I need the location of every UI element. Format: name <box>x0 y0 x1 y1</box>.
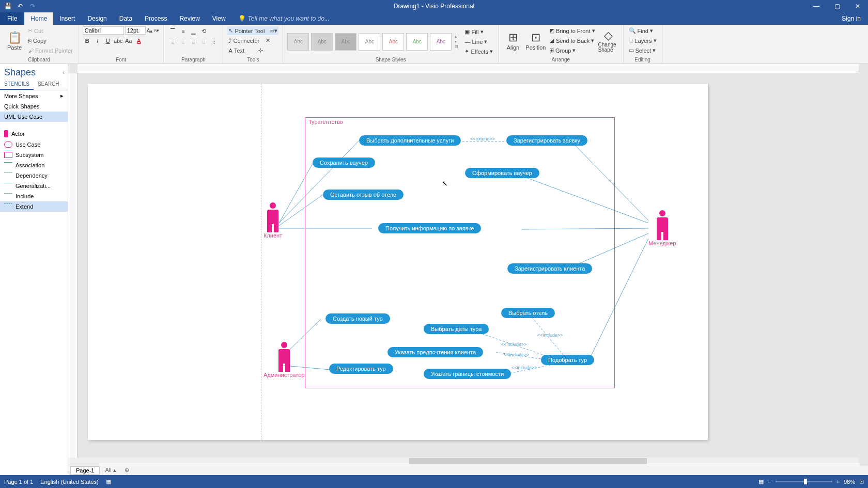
justify-icon[interactable]: ≡ <box>199 37 208 46</box>
text-tool-button[interactable]: A Text ⊹ <box>227 46 278 55</box>
shape-usecase[interactable]: Use Case <box>0 139 68 150</box>
font-name-input[interactable] <box>83 26 124 35</box>
uc-select-hotel[interactable]: Выбрать отель <box>501 308 555 318</box>
copy-button[interactable]: ⎘ Copy <box>27 36 74 45</box>
uc-info-request[interactable]: Получить информацию по заявке <box>378 223 481 233</box>
tell-me-box[interactable]: Tell me what you want to do... <box>232 12 336 25</box>
fill-button[interactable]: ▣ Fill ▾ <box>463 27 493 36</box>
search-tab[interactable]: SEARCH <box>34 79 64 90</box>
align-center-icon[interactable]: ≡ <box>178 37 188 46</box>
format-painter-button[interactable]: 🖌 Format Painter <box>27 46 74 55</box>
layers-button[interactable]: ≣ Layers ▾ <box>628 36 658 45</box>
bring-front-button[interactable]: ◩ Bring to Front ▾ <box>548 26 596 35</box>
uc-review-hotel[interactable]: Оставить отзыв об отеле <box>323 190 404 200</box>
pointer-tool-button[interactable]: ↖ Pointer Tool ▭▾ <box>227 26 278 35</box>
underline-button[interactable]: U <box>103 36 113 45</box>
shape-include[interactable]: Include <box>0 191 68 201</box>
paste-button[interactable]: 📋Paste <box>4 26 25 55</box>
group-button[interactable]: ⊞ Group ▾ <box>548 46 596 55</box>
align-bottom-icon[interactable]: ▁ <box>189 26 198 36</box>
language-indicator[interactable]: English (United States) <box>40 479 99 485</box>
align-middle-icon[interactable]: ≡ <box>178 26 188 36</box>
uc-price-bounds[interactable]: Указать границы стоимости <box>424 369 511 379</box>
find-button[interactable]: 🔍 Find ▾ <box>628 26 658 35</box>
uc-extra-services[interactable]: Выбрать дополнительные услуги <box>359 135 461 146</box>
bullets-icon[interactable]: ⋮ <box>209 37 219 46</box>
maximize-icon[interactable]: ▢ <box>827 0 847 12</box>
strike-button[interactable]: abc <box>114 36 123 45</box>
page-tab-1[interactable]: Page-1 <box>70 466 100 475</box>
drawing-page[interactable]: <<extend>> <<include>> <<include>> <<inc… <box>88 84 708 440</box>
styles-down-icon[interactable]: ▾ <box>455 39 458 44</box>
grow-font-icon[interactable]: A▴ <box>147 28 153 34</box>
shape-dependency[interactable]: Dependency <box>0 170 68 181</box>
tab-process[interactable]: Process <box>138 12 173 25</box>
styles-more-icon[interactable]: ⊟ <box>455 44 458 49</box>
position-button[interactable]: ⊡Position <box>525 26 546 55</box>
zoom-level[interactable]: 96% <box>844 479 855 485</box>
uc-new-tour[interactable]: Создать новый тур <box>326 313 390 324</box>
zoom-slider-thumb[interactable] <box>804 479 807 484</box>
align-left-icon[interactable]: ≡ <box>168 37 177 46</box>
undo-icon[interactable]: ↶ <box>16 2 25 11</box>
macro-icon[interactable]: ▦ <box>106 478 111 485</box>
collapse-panel-icon[interactable]: ‹ <box>63 69 65 75</box>
tab-file[interactable]: File <box>0 12 24 25</box>
align-top-icon[interactable]: ▔ <box>168 26 177 36</box>
actor-client[interactable]: Клиент <box>264 202 282 239</box>
horizontal-scrollbar[interactable] <box>68 458 859 465</box>
tab-data[interactable]: Data <box>113 12 138 25</box>
font-color-button[interactable]: A <box>134 36 144 45</box>
actor-manager[interactable]: Менеджер <box>648 210 676 246</box>
send-back-button[interactable]: ◪ Send to Back ▾ <box>548 36 596 45</box>
fit-page-icon[interactable]: ⊡ <box>859 478 864 485</box>
align-button[interactable]: ⊞Align <box>503 26 523 55</box>
tab-home[interactable]: Home <box>24 12 53 25</box>
styles-up-icon[interactable]: ▴ <box>455 34 458 39</box>
shape-actor[interactable]: Actor <box>0 128 68 139</box>
uc-tour-dates[interactable]: Выбрать даты тура <box>424 324 489 334</box>
tab-review[interactable]: Review <box>173 12 206 25</box>
connector-tool-button[interactable]: ⤴ Connector ✕ <box>227 36 278 45</box>
style-6[interactable]: Abc <box>406 33 428 51</box>
effects-button[interactable]: ✦ Effects ▾ <box>463 47 493 56</box>
uc-register-request[interactable]: Зарегистрировать заявку <box>506 135 587 146</box>
uml-usecase-stencil[interactable]: UML Use Case <box>0 112 68 122</box>
select-button[interactable]: ▭ Select ▾ <box>628 46 658 55</box>
uc-register-client[interactable]: Зарегистрировать клиента <box>507 263 592 274</box>
canvas[interactable]: <<extend>> <<include>> <<include>> <<inc… <box>78 73 859 455</box>
zoom-slider[interactable] <box>776 481 832 482</box>
style-5[interactable]: Abc <box>382 33 404 51</box>
align-right-icon[interactable]: ≡ <box>189 37 198 46</box>
zoom-in-icon[interactable]: + <box>836 479 840 485</box>
uc-client-prefs[interactable]: Указать предпочтения клиента <box>388 347 483 357</box>
uc-edit-tour[interactable]: Редактировать тур <box>329 364 393 374</box>
scrollbar-thumb[interactable] <box>409 458 647 464</box>
uc-save-voucher[interactable]: Сохранить ваучер <box>313 158 375 168</box>
case-button[interactable]: Aa <box>124 36 133 45</box>
minimize-icon[interactable]: — <box>806 0 827 12</box>
change-shape-button[interactable]: ◇Change Shape <box>598 26 619 55</box>
sign-in-link[interactable]: Sign in <box>834 12 868 25</box>
more-shapes-item[interactable]: More Shapes ▸ <box>0 90 68 101</box>
uc-pick-tour[interactable]: Подобрать тур <box>541 355 594 365</box>
add-page-button[interactable]: ⊕ <box>121 466 132 474</box>
font-size-input[interactable] <box>125 26 146 35</box>
shape-generalization[interactable]: Generalizati... <box>0 181 68 191</box>
uc-form-voucher[interactable]: Сформировать ваучер <box>465 168 539 178</box>
shape-subsystem[interactable]: Subsystem <box>0 150 68 160</box>
style-7[interactable]: Abc <box>430 33 452 51</box>
orientation-icon[interactable]: ⟲ <box>199 26 208 36</box>
tab-view[interactable]: View <box>206 12 232 25</box>
shrink-font-icon[interactable]: A▾ <box>153 28 159 33</box>
redo-icon[interactable]: ↷ <box>28 2 37 11</box>
cut-button[interactable]: ✂ Cut <box>27 26 74 35</box>
style-2[interactable]: Abc <box>311 33 333 51</box>
close-icon[interactable]: ✕ <box>847 0 868 12</box>
italic-button[interactable]: I <box>93 36 102 45</box>
tab-insert[interactable]: Insert <box>53 12 81 25</box>
tab-design[interactable]: Design <box>81 12 113 25</box>
line-button[interactable]: ― Line ▾ <box>463 37 493 46</box>
presentation-mode-icon[interactable]: ▦ <box>758 478 764 485</box>
save-icon[interactable]: 💾 <box>3 2 12 11</box>
